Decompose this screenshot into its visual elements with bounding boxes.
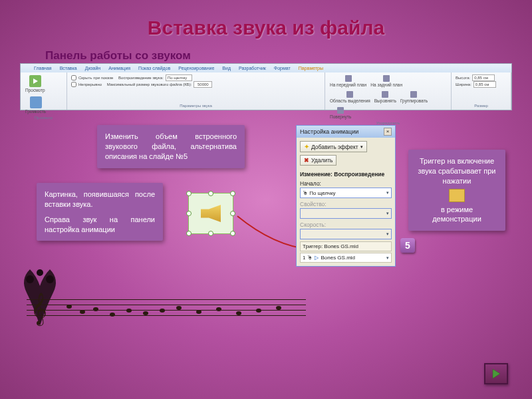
animation-pane: Настройка анимации × ✦Добавить эффект ▾ …	[296, 125, 396, 267]
speaker-mini-icon	[449, 189, 465, 202]
maxsize-field[interactable]: 50000	[194, 81, 212, 88]
delete-icon: ✖	[304, 157, 309, 164]
slide-number-badge: 5	[400, 238, 415, 253]
tab-design[interactable]: Дизайн	[85, 66, 101, 70]
maxsize-label: Максимальный размер звукового файла (КБ)…	[107, 82, 192, 86]
ribbon-group-sound-options: Параметры звука	[71, 104, 321, 108]
next-slide-button[interactable]	[484, 363, 508, 384]
change-label: Изменение: Воспроизведение	[300, 171, 392, 178]
playmode-select[interactable]: По щелчку	[166, 74, 192, 81]
tab-developer[interactable]: Разработчик	[239, 66, 266, 70]
chevron-down-icon: ▾	[386, 255, 389, 261]
callout-trigger-p2: в режиме демонстрации	[416, 205, 497, 225]
start-label: Начало:	[300, 180, 392, 187]
height-field[interactable]: 0,85 см	[472, 74, 495, 81]
slide-subtitle: Панель работы со звуком	[45, 49, 532, 63]
svg-point-4	[37, 269, 43, 276]
align-icon	[382, 91, 388, 98]
tab-view[interactable]: Вид	[222, 66, 231, 70]
svg-marker-0	[33, 78, 38, 84]
add-effect-button[interactable]: ✦Добавить эффект ▾	[300, 141, 367, 152]
svg-point-3	[46, 275, 54, 283]
music-staff-decoration: 𝄞	[27, 293, 306, 327]
hide-on-show-checkbox[interactable]	[71, 75, 76, 80]
trigger-row: Триггер: Bones GS.mid	[300, 241, 392, 251]
animation-pane-title: Настройка анимации	[300, 128, 358, 135]
callout-trigger-p1: Триггер на включение звука срабатывает п…	[416, 156, 497, 186]
remove-effect-button[interactable]: ✖Удалить	[300, 155, 336, 166]
callout-trigger: Триггер на включение звука срабатывает п…	[408, 150, 505, 231]
tab-options[interactable]: Параметры	[299, 66, 323, 70]
play-preview-button[interactable]: Просмотр	[25, 74, 46, 93]
speaker-object-selected[interactable]	[188, 193, 233, 234]
rotate-icon	[337, 107, 344, 114]
group-button[interactable]: Группировать	[400, 90, 428, 104]
hide-on-show-label: Скрыть при показе	[78, 76, 113, 80]
callout-filesize: Изменить объем встроенного звукового фай…	[97, 125, 245, 168]
ribbon-toolbar: Просмотр Громкость Просмотр Скрыть при п…	[20, 72, 512, 110]
loop-label: Непрерывно	[78, 82, 102, 86]
resize-handle[interactable]	[208, 191, 213, 196]
selection-pane-icon	[346, 91, 353, 98]
resize-handle[interactable]	[230, 211, 235, 216]
height-label: Высота:	[456, 76, 470, 80]
width-label: Ширина:	[456, 82, 471, 86]
bring-front-button[interactable]: На передний план	[329, 74, 367, 88]
rotate-button[interactable]: Повернуть	[329, 106, 352, 120]
resize-handle[interactable]	[230, 231, 235, 236]
treble-clef-icon: 𝄞	[31, 293, 47, 325]
playmode-label: Воспроизведение звука:	[118, 76, 164, 80]
selection-pane-button[interactable]: Область выделения	[329, 90, 371, 104]
tab-home[interactable]: Главная	[34, 66, 52, 70]
play-icon: ▷	[315, 255, 319, 261]
tab-slideshow[interactable]: Показ слайдов	[138, 66, 170, 70]
group-icon	[410, 91, 417, 98]
property-label: Свойство:	[300, 201, 392, 207]
resize-handle[interactable]	[208, 231, 213, 236]
loop-checkbox[interactable]	[71, 82, 76, 87]
chevron-down-icon: ▾	[386, 190, 389, 196]
slide-title: Вставка звука из файла	[0, 0, 532, 39]
close-button[interactable]: ×	[384, 128, 392, 136]
resize-handle[interactable]	[186, 191, 192, 196]
tab-insert[interactable]: Вставка	[60, 66, 77, 70]
resize-handle[interactable]	[186, 231, 192, 236]
svg-point-2	[26, 275, 34, 283]
speed-label: Скорость:	[300, 221, 392, 228]
speed-select: ▾	[300, 229, 392, 239]
play-icon	[29, 75, 41, 87]
bring-front-icon	[345, 75, 352, 82]
volume-button[interactable]: Громкость	[25, 96, 47, 114]
ribbon-tabs: Главная Вставка Дизайн Анимация Показ сл…	[20, 63, 512, 72]
ribbon-group-size: Размер	[456, 104, 507, 108]
animation-item[interactable]: 1 🖱 ▷ Bones GS.mid ▾	[300, 253, 392, 263]
tab-review[interactable]: Рецензирование	[178, 66, 214, 70]
callout-speaker-p1: Картинка, появившаяся после вставки звук…	[45, 190, 155, 209]
send-back-button[interactable]: На задний план	[370, 74, 403, 88]
ribbon-group-preview: Просмотр	[25, 116, 63, 120]
width-field[interactable]: 0,85 см	[473, 81, 496, 88]
svg-marker-5	[493, 369, 500, 378]
send-back-icon	[383, 75, 390, 82]
tab-format[interactable]: Формат	[274, 66, 291, 70]
play-triangle-icon	[490, 368, 502, 380]
star-icon: ✦	[304, 143, 309, 150]
callout-speaker-p2: Справа звук на панели настройка анимации	[45, 215, 155, 235]
start-select[interactable]: 🖱 По щелчку▾	[300, 188, 392, 198]
tab-animation[interactable]: Анимация	[108, 66, 130, 70]
callout-speaker-image: Картинка, появившаяся после вставки звук…	[37, 183, 163, 241]
align-button[interactable]: Выровнять	[374, 90, 397, 104]
property-select: ▾	[300, 208, 392, 219]
speaker-icon	[201, 205, 221, 222]
resize-handle[interactable]	[186, 211, 192, 216]
resize-handle[interactable]	[230, 191, 235, 196]
volume-icon	[30, 96, 42, 108]
